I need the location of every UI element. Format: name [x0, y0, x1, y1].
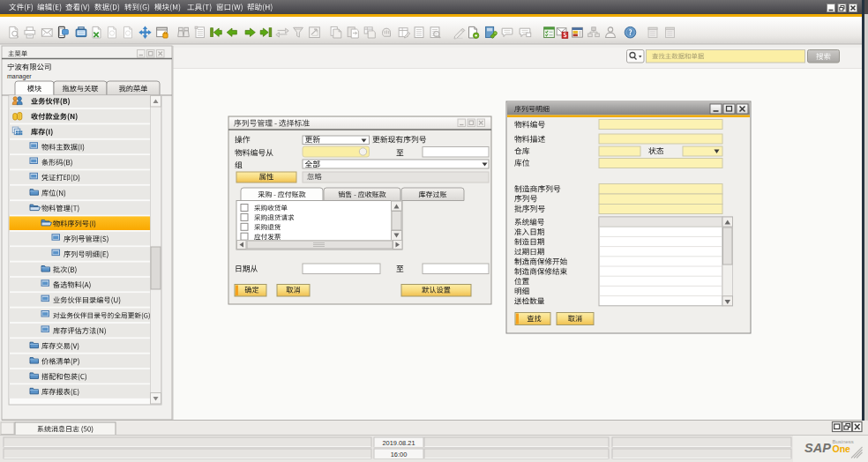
svg-text:manager: manager: [7, 73, 32, 80]
svg-text:2019.08.21: 2019.08.21: [383, 439, 415, 447]
svg-text:SAP: SAP: [804, 441, 831, 455]
svg-text:One: One: [833, 443, 851, 454]
svg-text:16:00: 16:00: [391, 451, 408, 458]
